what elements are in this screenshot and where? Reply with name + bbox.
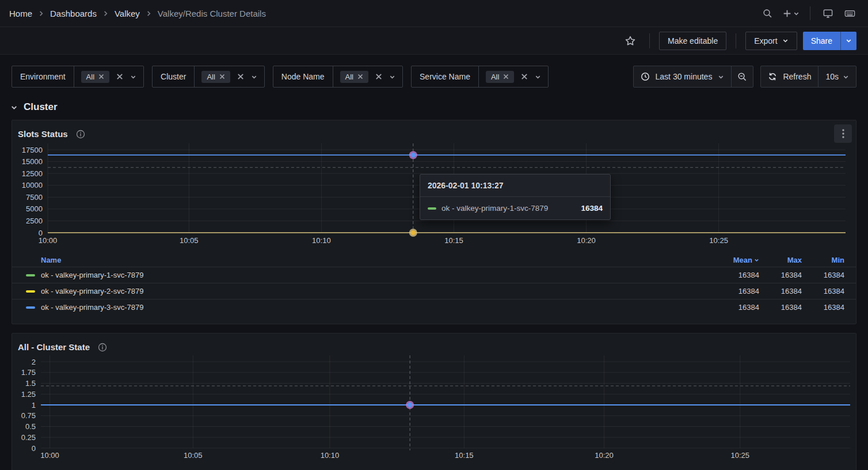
filter-service-name: Service NameAll bbox=[411, 66, 549, 88]
keyboard-icon[interactable] bbox=[840, 4, 859, 22]
refresh-interval-button[interactable]: 10s bbox=[818, 66, 856, 87]
legend-col-min[interactable]: Min bbox=[802, 256, 844, 264]
remove-value-icon[interactable] bbox=[357, 74, 363, 79]
hover-point bbox=[411, 230, 416, 235]
remove-value-icon[interactable] bbox=[98, 74, 104, 79]
filter-label[interactable]: Environment bbox=[12, 66, 74, 87]
share-button[interactable]: Share bbox=[803, 32, 840, 50]
x-tick-label: 10:20 bbox=[577, 236, 596, 245]
x-tick-label: 10:05 bbox=[184, 451, 203, 459]
chevron-down-icon bbox=[535, 74, 541, 80]
add-menu-button[interactable] bbox=[780, 9, 802, 18]
filter-label[interactable]: Service Name bbox=[412, 66, 479, 87]
filter-value-dropdown[interactable]: All bbox=[195, 66, 264, 87]
slots-status-chart-wrap: 02500500075001000012500150001750010:0010… bbox=[12, 139, 856, 252]
legend-mean-value: 16384 bbox=[717, 303, 759, 312]
y-tick-label: 0.5 bbox=[25, 422, 36, 431]
chevron-down-icon bbox=[251, 74, 257, 80]
breadcrumb: Home Dashboards Valkey Valkey/Redis Clus… bbox=[9, 9, 266, 18]
time-range-button[interactable]: Last 30 minutes bbox=[634, 72, 732, 81]
y-tick-label: 17500 bbox=[22, 146, 43, 154]
panel-title[interactable]: Slots Status bbox=[18, 129, 68, 139]
plus-icon bbox=[782, 9, 792, 18]
y-tick-label: 2500 bbox=[26, 217, 43, 225]
legend-table: Name Mean Max Min ok - valkey-primary-1-… bbox=[12, 253, 856, 315]
x-tick-label: 10:25 bbox=[709, 236, 728, 245]
chevron-down-icon bbox=[846, 37, 852, 44]
chevron-down-icon bbox=[843, 74, 849, 80]
filter-selected-pill[interactable]: All bbox=[340, 71, 368, 83]
chevron-down-icon bbox=[782, 37, 789, 44]
legend-min-value: 16384 bbox=[802, 287, 844, 295]
filter-value-dropdown[interactable]: All bbox=[74, 66, 143, 87]
panel-slots-status: Slots Status 025005000750010000125001500… bbox=[12, 120, 856, 324]
x-tick-label: 10:00 bbox=[39, 236, 58, 245]
x-tick-label: 10:10 bbox=[321, 451, 340, 459]
legend-col-max[interactable]: Max bbox=[759, 256, 802, 264]
share-menu-button[interactable] bbox=[840, 32, 856, 50]
panel-header: All - Cluster State bbox=[12, 333, 856, 352]
info-icon[interactable] bbox=[98, 343, 107, 352]
cluster-state-chart-wrap: 00.250.50.7511.251.51.75210:0010:0510:10… bbox=[12, 352, 856, 459]
breadcrumb-dashboards[interactable]: Dashboards bbox=[50, 9, 97, 18]
divider bbox=[810, 6, 810, 20]
cluster-state-chart[interactable]: 00.250.50.7511.251.51.75210:0010:0510:10… bbox=[12, 352, 856, 459]
divider bbox=[736, 33, 736, 48]
legend-series-toggle[interactable]: ok - valkey-primary-3-svc-7879 bbox=[26, 303, 717, 312]
panel-header: Slots Status bbox=[12, 120, 856, 139]
search-icon[interactable] bbox=[758, 4, 776, 22]
legend-row: ok - valkey-primary-2-svc-78791638416384… bbox=[12, 283, 856, 299]
top-nav-actions bbox=[758, 4, 859, 22]
filter-selected-pill[interactable]: All bbox=[201, 71, 230, 83]
series-swatch bbox=[26, 274, 35, 276]
sync-icon bbox=[768, 72, 777, 81]
y-tick-label: 7500 bbox=[26, 193, 43, 202]
remove-value-icon[interactable] bbox=[503, 74, 509, 79]
y-tick-label: 1.25 bbox=[21, 390, 36, 399]
legend-row: ok - valkey-primary-3-svc-78791638416384… bbox=[12, 299, 856, 315]
breadcrumb-current: Valkey/Redis Cluster Details bbox=[158, 9, 266, 18]
filter-selected-pill[interactable]: All bbox=[81, 71, 109, 83]
breadcrumb-valkey[interactable]: Valkey bbox=[115, 9, 140, 18]
star-icon[interactable] bbox=[620, 32, 640, 50]
monitor-icon[interactable] bbox=[818, 4, 837, 22]
refresh-button[interactable]: Refresh bbox=[761, 72, 818, 81]
y-tick-label: 15000 bbox=[22, 157, 43, 166]
legend-mean-value: 16384 bbox=[717, 271, 759, 279]
filter-label[interactable]: Cluster bbox=[153, 66, 195, 87]
filter-selected-pill[interactable]: All bbox=[486, 71, 514, 83]
remove-value-icon[interactable] bbox=[219, 74, 225, 79]
series-swatch bbox=[26, 306, 35, 309]
make-editable-button[interactable]: Make editable bbox=[659, 32, 726, 50]
zoom-out-button[interactable] bbox=[731, 66, 753, 87]
filter-cluster: ClusterAll bbox=[152, 66, 265, 88]
x-tick-label: 10:25 bbox=[731, 451, 750, 459]
panel-title[interactable]: All - Cluster State bbox=[18, 342, 90, 352]
legend-row: ok - valkey-primary-1-svc-78791638416384… bbox=[12, 267, 856, 283]
filters-container: EnvironmentAllClusterAllNode NameAllServ… bbox=[12, 66, 549, 88]
clear-all-icon[interactable] bbox=[375, 73, 382, 80]
y-tick-label: 2 bbox=[32, 358, 36, 366]
legend-mean-value: 16384 bbox=[717, 287, 759, 295]
legend-series-toggle[interactable]: ok - valkey-primary-2-svc-7879 bbox=[26, 287, 717, 295]
y-tick-label: 0.75 bbox=[21, 411, 36, 420]
filter-label[interactable]: Node Name bbox=[273, 66, 333, 87]
filter-value-dropdown[interactable]: All bbox=[333, 66, 402, 87]
legend-rows: ok - valkey-primary-1-svc-78791638416384… bbox=[12, 267, 856, 315]
row-cluster-toggle[interactable]: Cluster bbox=[10, 101, 856, 113]
info-icon[interactable] bbox=[76, 130, 85, 139]
filter-value-dropdown[interactable]: All bbox=[479, 66, 548, 87]
export-button[interactable]: Export bbox=[745, 32, 797, 50]
section-title: Cluster bbox=[24, 101, 58, 113]
legend-col-name[interactable]: Name bbox=[41, 256, 717, 264]
legend-min-value: 16384 bbox=[802, 271, 844, 279]
clear-all-icon[interactable] bbox=[116, 73, 123, 80]
breadcrumb-home[interactable]: Home bbox=[9, 9, 32, 18]
legend-col-mean[interactable]: Mean bbox=[717, 256, 759, 264]
clear-all-icon[interactable] bbox=[521, 73, 528, 80]
legend-series-toggle[interactable]: ok - valkey-primary-1-svc-7879 bbox=[26, 271, 717, 279]
chevron-right-icon bbox=[38, 10, 44, 17]
clear-all-icon[interactable] bbox=[237, 73, 244, 80]
hover-point bbox=[408, 403, 412, 407]
legend-header: Name Mean Max Min bbox=[12, 253, 856, 267]
